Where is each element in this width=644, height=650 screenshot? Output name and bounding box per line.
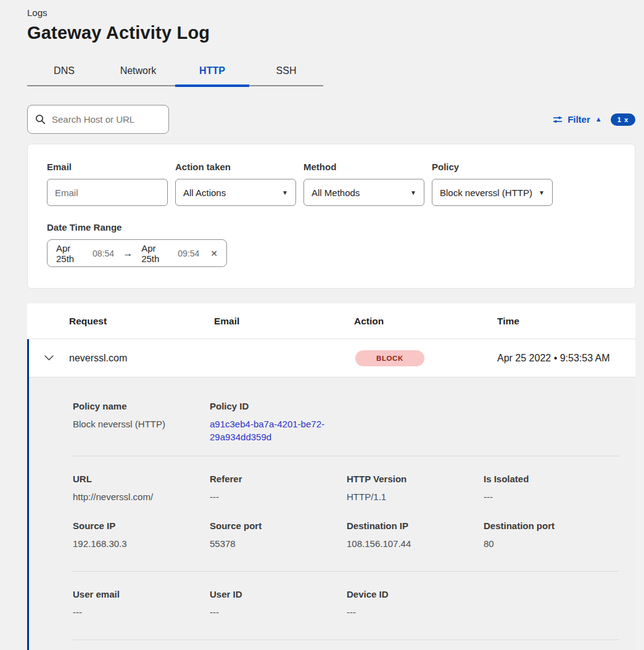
search-box[interactable] [27, 105, 169, 134]
method-value: All Methods [312, 187, 360, 198]
source-ip-field: Source IP 192.168.30.3 [73, 520, 210, 550]
table-row[interactable]: neverssl.com BLOCK Apr 25 2022 • 9:53:53… [29, 339, 635, 377]
search-icon [35, 114, 46, 125]
policy-name-field: Policy name Block neverssl (HTTP) [73, 401, 210, 443]
chevron-up-icon: ▲ [595, 116, 602, 123]
email-filter-input[interactable] [47, 179, 168, 206]
policy-label: Policy [432, 162, 553, 172]
referer-field: Referer --- [210, 474, 347, 503]
action-taken-select[interactable]: All Actions ▼ [175, 179, 296, 206]
row-details: Policy name Block neverssl (HTTP) Policy… [29, 377, 635, 650]
row-expander[interactable] [29, 355, 69, 361]
range-end-time: 09:54 [178, 249, 199, 258]
email-filter-field: Email [47, 162, 168, 206]
row-time: Apr 25 2022 • 9:53:53 AM [497, 353, 635, 364]
row-request: neverssl.com [69, 353, 214, 364]
page-header: Logs Gateway Activity Log [0, 0, 644, 43]
block-action-badge: BLOCK [355, 350, 424, 366]
chevron-down-icon [44, 355, 54, 361]
policy-id-link[interactable]: a91c3eb4-ba7a-4201-be72-29a934dd359d [210, 418, 331, 443]
tab-bar: DNS Network HTTP SSH [27, 59, 323, 86]
filter-label: Filter [568, 114, 590, 125]
action-taken-value: All Actions [183, 187, 226, 198]
policy-name-value: Block neverssl (HTTP) [73, 418, 210, 430]
column-header-action: Action [354, 316, 497, 327]
chevron-down-icon: ▼ [282, 189, 288, 196]
filter-sliders-icon [553, 115, 563, 125]
date-range-picker[interactable]: Apr 25th 08:54 → Apr 25th 09:54 ✕ [47, 239, 227, 267]
policy-select[interactable]: Block neverssl (HTTP) ▼ [432, 179, 553, 206]
policy-id-label: Policy ID [210, 401, 347, 411]
divider [73, 640, 619, 640]
action-taken-label: Action taken [175, 162, 296, 172]
expanded-row-container: neverssl.com BLOCK Apr 25 2022 • 9:53:53… [27, 339, 635, 650]
tab-dns[interactable]: DNS [27, 59, 101, 85]
row-action: BLOCK [354, 350, 497, 366]
device-id-field: Device ID --- [347, 589, 484, 619]
action-taken-field: Action taken All Actions ▼ [175, 162, 296, 206]
search-input[interactable] [52, 114, 161, 125]
arrow-right-icon: → [120, 248, 135, 259]
user-id-field: User ID --- [210, 589, 347, 619]
toolbar: Filter ▲ 1 x [27, 105, 635, 134]
date-time-range-label: Date Time Range [47, 222, 616, 232]
destination-ip-field: Destination IP 108.156.107.44 [347, 520, 484, 550]
breadcrumb[interactable]: Logs [27, 7, 617, 18]
email-filter-label: Email [47, 162, 168, 172]
method-select[interactable]: All Methods ▼ [303, 179, 424, 206]
policy-name-label: Policy name [73, 401, 210, 411]
policy-id-field: Policy ID a91c3eb4-ba7a-4201-be72-29a934… [210, 401, 347, 443]
range-end-date: Apr 25th [141, 243, 171, 264]
column-header-request: Request [69, 316, 214, 327]
table-header-row: Request Email Action Time [27, 303, 635, 339]
chevron-down-icon: ▼ [539, 189, 545, 196]
tab-http[interactable]: HTTP [175, 59, 249, 85]
tab-network[interactable]: Network [101, 59, 175, 85]
divider [73, 571, 619, 572]
range-start-time: 08:54 [93, 249, 114, 258]
gateway-activity-log-page: Logs Gateway Activity Log DNS Network HT… [0, 0, 644, 650]
tab-ssh[interactable]: SSH [249, 59, 323, 85]
log-table: Request Email Action Time neverssl.com B… [27, 303, 635, 650]
source-port-field: Source port 55378 [210, 520, 347, 550]
clear-range-icon[interactable]: ✕ [210, 249, 218, 258]
http-version-field: HTTP Version HTTP/1.1 [347, 474, 484, 503]
column-header-email: Email [214, 316, 354, 327]
column-header-time: Time [497, 316, 635, 327]
user-email-field: User email --- [73, 589, 210, 619]
date-time-range-field: Date Time Range Apr 25th 08:54 → Apr 25t… [47, 222, 616, 267]
url-field: URL http://neverssl.com/ [73, 474, 210, 503]
method-field: Method All Methods ▼ [303, 162, 424, 206]
range-start-date: Apr 25th [56, 243, 86, 264]
filter-toggle-button[interactable]: Filter ▲ 1 x [553, 113, 635, 126]
method-label: Method [303, 162, 424, 172]
chevron-down-icon: ▼ [410, 189, 416, 196]
filter-panel: Email Action taken All Actions ▼ Method … [27, 144, 635, 289]
is-isolated-field: Is Isolated --- [484, 474, 619, 503]
policy-value: Block neverssl (HTTP) [440, 187, 532, 198]
page-title: Gateway Activity Log [27, 23, 617, 43]
policy-field: Policy Block neverssl (HTTP) ▼ [432, 162, 553, 206]
filter-count-badge[interactable]: 1 x [611, 113, 635, 126]
divider [73, 456, 619, 456]
destination-port-field: Destination port 80 [484, 520, 619, 550]
